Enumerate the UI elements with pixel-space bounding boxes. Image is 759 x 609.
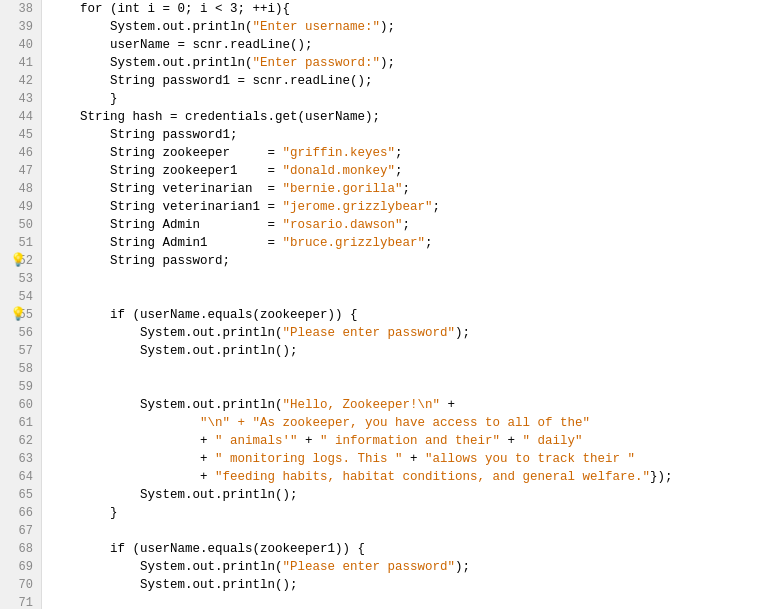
string-literal: "rosario.dawson" (283, 218, 403, 232)
line-number-67: 67 (8, 522, 33, 540)
plain-text: ); (380, 56, 395, 70)
plain-text: + (298, 434, 321, 448)
line-num-text: 48 (19, 182, 33, 196)
code-line: } (50, 504, 759, 522)
code-line (50, 288, 759, 306)
string-literal: "Enter password:" (253, 56, 381, 70)
code-line (50, 594, 759, 609)
code-line: System.out.println("Enter username:"); (50, 18, 759, 36)
plain-text: String password1 = scnr.readLine(); (50, 74, 373, 88)
line-num-text: 64 (19, 470, 33, 484)
line-num-text: 41 (19, 56, 33, 70)
plain-text: ); (455, 560, 470, 574)
line-num-text: 43 (19, 92, 33, 106)
code-line: System.out.println("Please enter passwor… (50, 324, 759, 342)
line-number-71: 71 (8, 594, 33, 609)
line-number-46: 46 (8, 144, 33, 162)
line-num-text: 71 (19, 596, 33, 609)
line-number-50: 50 (8, 216, 33, 234)
line-number-58: 58 (8, 360, 33, 378)
plain-text: + (50, 470, 215, 484)
line-num-text: 53 (19, 272, 33, 286)
code-line: if (userName.equals(zookeeper1)) { (50, 540, 759, 558)
bulb-icon: 💡 (10, 306, 26, 324)
line-number-57: 57 (8, 342, 33, 360)
line-number-47: 47 (8, 162, 33, 180)
line-number-42: 42 (8, 72, 33, 90)
code-line: String password1; (50, 126, 759, 144)
code-line: String password; (50, 252, 759, 270)
plain-text: ; (403, 218, 411, 232)
string-literal: "allows you to track their " (425, 452, 635, 466)
line-number-48: 48 (8, 180, 33, 198)
plain-text: ; (395, 164, 403, 178)
plain-text: System.out.println(); (50, 344, 298, 358)
plain-text (50, 416, 200, 430)
code-line (50, 360, 759, 378)
plain-text: ); (455, 326, 470, 340)
line-num-text: 65 (19, 488, 33, 502)
line-number-40: 40 (8, 36, 33, 54)
code-content: for (int i = 0; i < 3; ++i){ System.out.… (42, 0, 759, 609)
plain-text: String password1; (50, 128, 238, 142)
string-literal: " animals'" (215, 434, 298, 448)
code-line: + " monitoring logs. This " + "allows yo… (50, 450, 759, 468)
plain-text: if (userName.equals(zookeeper)) { (50, 308, 358, 322)
code-line: System.out.println(); (50, 486, 759, 504)
string-literal: "jerome.grizzlybear" (283, 200, 433, 214)
code-line (50, 378, 759, 396)
code-line: for (int i = 0; i < 3; ++i){ (50, 0, 759, 18)
code-line: String password1 = scnr.readLine(); (50, 72, 759, 90)
line-number-55: 💡55 (8, 306, 33, 324)
string-literal: "griffin.keyes" (283, 146, 396, 160)
code-line: String Admin = "rosario.dawson"; (50, 216, 759, 234)
line-num-text: 57 (19, 344, 33, 358)
code-line: + "feeding habits, habitat conditions, a… (50, 468, 759, 486)
line-num-text: 49 (19, 200, 33, 214)
plain-text: + (50, 452, 215, 466)
code-line: String veterinarian1 = "jerome.grizzlybe… (50, 198, 759, 216)
string-literal: "Enter username:" (253, 20, 381, 34)
line-num-text: 42 (19, 74, 33, 88)
string-literal: "Please enter password" (283, 560, 456, 574)
line-num-text: 56 (19, 326, 33, 340)
plain-text: ; (403, 182, 411, 196)
line-num-text: 66 (19, 506, 33, 520)
line-num-text: 50 (19, 218, 33, 232)
line-number-56: 56 (8, 324, 33, 342)
plain-text: + (500, 434, 523, 448)
line-number-63: 63 (8, 450, 33, 468)
plain-text: String zookeeper = (50, 146, 283, 160)
line-num-text: 45 (19, 128, 33, 142)
code-line: System.out.println(); (50, 342, 759, 360)
plain-text: ); (380, 20, 395, 34)
line-number-61: 61 (8, 414, 33, 432)
string-literal: " daily" (523, 434, 583, 448)
code-line: System.out.println("Hello, Zookeeper!\n"… (50, 396, 759, 414)
string-literal: "bruce.grizzlybear" (283, 236, 426, 250)
plain-text: System.out.println( (50, 56, 253, 70)
plain-text: String Admin = (50, 218, 283, 232)
plain-text: ; (395, 146, 403, 160)
line-number-62: 62 (8, 432, 33, 450)
plain-text: if (userName.equals(zookeeper1)) { (50, 542, 365, 556)
plain-text: for (int i = 0; i < 3; ++i){ (50, 2, 290, 16)
code-line: String hash = credentials.get(userName); (50, 108, 759, 126)
code-line: System.out.println("Enter password:"); (50, 54, 759, 72)
plain-text: ; (425, 236, 433, 250)
code-line: System.out.println("Please enter passwor… (50, 558, 759, 576)
line-number-49: 49 (8, 198, 33, 216)
string-literal: "donald.monkey" (283, 164, 396, 178)
line-num-text: 39 (19, 20, 33, 34)
line-number-65: 65 (8, 486, 33, 504)
line-num-text: 59 (19, 380, 33, 394)
line-num-text: 61 (19, 416, 33, 430)
plain-text: String Admin1 = (50, 236, 283, 250)
line-number-41: 41 (8, 54, 33, 72)
line-num-text: 58 (19, 362, 33, 376)
line-num-text: 51 (19, 236, 33, 250)
code-line: String zookeeper = "griffin.keyes"; (50, 144, 759, 162)
plain-text: String hash = credentials.get(userName); (50, 110, 380, 124)
line-num-text: 47 (19, 164, 33, 178)
code-line: String Admin1 = "bruce.grizzlybear"; (50, 234, 759, 252)
